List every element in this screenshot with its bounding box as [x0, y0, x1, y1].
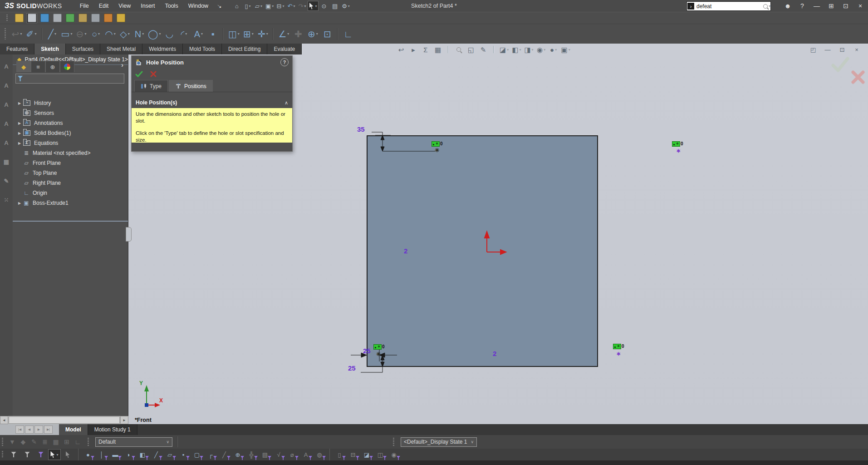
expand-arrow-icon[interactable]: ▶	[16, 121, 23, 125]
mirror-entities-icon[interactable]: ◫▾	[227, 27, 240, 41]
custom-tool-9-icon[interactable]	[116, 14, 126, 23]
filter-weld-beads-icon[interactable]: ◫	[374, 450, 386, 460]
label-2-bottom[interactable]: 2	[493, 350, 496, 357]
hide-show-items-icon[interactable]: ◉▾	[536, 45, 546, 54]
scroll-right-icon[interactable]: ►	[120, 416, 128, 424]
toolbar-grip[interactable]	[6, 15, 8, 21]
centerpoint-arc-icon[interactable]: ◠▾	[104, 27, 117, 41]
dimension-35[interactable]: 35	[357, 125, 365, 133]
tab-type[interactable]: Type	[134, 80, 168, 92]
dropdown-caret[interactable]: ▾	[287, 32, 289, 36]
filter-dimensions-icon[interactable]: ⌀	[286, 450, 298, 460]
annotation-tool-6-icon[interactable]: ▦	[1, 157, 11, 166]
tree-item-equations[interactable]: ▶ΣEquations	[13, 138, 128, 148]
annotation-tool-5-icon[interactable]: A	[1, 138, 11, 147]
annotation-tool-2-icon[interactable]: A	[1, 81, 11, 90]
config-tool-1-icon[interactable]: ▼	[7, 437, 17, 447]
go-to-start-icon[interactable]: |◀	[15, 425, 24, 434]
three-point-arc-icon[interactable]: ◡	[163, 27, 176, 41]
hole-point-bottom-badge[interactable]: 0	[373, 344, 385, 349]
next-frame-icon[interactable]: ▶	[34, 425, 43, 434]
move-entities-icon[interactable]: ✛▾	[256, 27, 269, 41]
zoom-previous-icon[interactable]: ↩	[396, 45, 406, 54]
tab-evaluate[interactable]: Evaluate	[267, 44, 302, 54]
scroll-left-icon[interactable]: ◄	[0, 416, 8, 424]
filter-points-icon[interactable]: ▪	[177, 450, 189, 460]
tree-item-top-plane[interactable]: ▱Top Plane	[13, 168, 128, 178]
custom-tool-3-icon[interactable]	[39, 14, 49, 23]
dimension-25-vertical[interactable]: 25	[348, 364, 356, 372]
free-point-bottom-badge[interactable]: 0	[613, 344, 624, 349]
config-tool-7-icon[interactable]: ∟	[73, 437, 83, 447]
dropdown-caret[interactable]: ▾	[70, 32, 72, 36]
filter-edges-icon[interactable]: │	[96, 450, 108, 460]
search-dropdown-caret[interactable]: ▾	[769, 4, 770, 8]
straight-slot-icon[interactable]: ⊖▾	[75, 27, 88, 41]
clear-all-filters-icon[interactable]	[21, 450, 33, 460]
sketch-fillet-icon[interactable]: ◜▾	[177, 27, 190, 41]
spline-icon[interactable]: N▾	[133, 27, 146, 41]
filter-coordinate-systems-icon[interactable]: ╬	[245, 450, 257, 460]
circle-icon[interactable]: ○▾	[89, 27, 102, 41]
restore-app-icon[interactable]: ⊡	[841, 1, 851, 10]
cancel-button[interactable]	[150, 71, 157, 77]
dropdown-caret[interactable]: ▾	[260, 4, 262, 8]
tree-item-right-plane[interactable]: ▱Right Plane	[13, 178, 128, 188]
tab-mold-tools[interactable]: Mold Tools	[183, 44, 222, 54]
line-icon[interactable]: ╱▾	[46, 27, 59, 41]
tab-propertymanager[interactable]: ≡	[31, 61, 45, 72]
ok-button[interactable]	[135, 71, 143, 78]
zoom-to-fit-icon[interactable]	[454, 45, 464, 54]
expand-arrow-icon[interactable]: ▶	[16, 131, 23, 135]
free-point-bottom-marker[interactable]: ∗	[616, 351, 621, 356]
confirm-corner-cancel-icon[interactable]	[851, 70, 865, 84]
annotation-tool-1-icon[interactable]: A	[1, 62, 11, 71]
config-tool-3-icon[interactable]: ✎	[29, 437, 39, 447]
filter-routing-points-icon[interactable]: ◪	[361, 450, 373, 460]
annotation-tool-8-icon[interactable]: ⁙	[1, 195, 11, 204]
filter-magnify-icon[interactable]: ◍	[314, 450, 325, 460]
filter-connection-points-icon[interactable]: ⊟	[347, 450, 359, 460]
filter-axes-icon[interactable]: ╱	[150, 450, 162, 460]
filter-faces-icon[interactable]: ▬	[109, 450, 121, 460]
text-icon[interactable]: A▾	[192, 27, 205, 41]
custom-tool-4-icon[interactable]	[52, 14, 62, 23]
minimize-doc-icon[interactable]: —	[823, 45, 833, 54]
stacked-filters-icon[interactable]	[35, 450, 47, 460]
dropdown-caret[interactable]: ▾	[249, 4, 251, 8]
filter-sketches-icon[interactable]: ▢	[191, 450, 203, 460]
toolbar-grip[interactable]	[2, 438, 3, 446]
file-properties-icon[interactable]: ▤	[330, 1, 340, 10]
instant-2d-icon[interactable]: ∟	[342, 27, 354, 41]
dropdown-caret[interactable]: ▾	[316, 32, 318, 36]
edit-appearance-icon[interactable]: ●▾	[549, 45, 559, 54]
lasso-select-icon[interactable]	[62, 450, 74, 460]
config-tool-4-icon[interactable]: ≣	[40, 437, 50, 447]
previous-frame-icon[interactable]: ◀	[25, 425, 34, 434]
help-icon[interactable]: ?	[797, 1, 807, 10]
tab-motion-study-1[interactable]: Motion Study 1	[88, 424, 137, 435]
dropdown-caret[interactable]: ▾	[555, 48, 557, 52]
tree-item-front-plane[interactable]: ▱Front Plane	[13, 158, 128, 168]
panel-horizontal-scrollbar[interactable]: ◄ ►	[0, 416, 128, 424]
corner-rectangle-icon[interactable]: ▭▾	[60, 27, 73, 41]
display-state-dropdown[interactable]: <Default>_Display State 1 ∨	[401, 437, 477, 447]
filter-vertices-icon[interactable]: ●	[82, 450, 94, 460]
tab-direct-editing[interactable]: Direct Editing	[222, 44, 267, 54]
panel-expand-arrow[interactable]: ›	[121, 61, 123, 69]
close-app-icon[interactable]: ×	[855, 1, 865, 10]
dropdown-caret[interactable]: ▾	[142, 32, 144, 36]
options-icon[interactable]: ⚙▾	[341, 1, 351, 10]
tree-item-sensors[interactable]: ◎Sensors	[13, 108, 128, 118]
dropdown-caret[interactable]: ▾	[532, 48, 534, 52]
panel-splitter-handle[interactable]	[126, 227, 132, 242]
dropdown-caret[interactable]: ▾	[348, 4, 350, 8]
linear-sketch-pattern-icon[interactable]: ⊞▾	[242, 27, 255, 41]
tab-displaymanager[interactable]	[60, 61, 74, 72]
dropdown-caret[interactable]: ▾	[315, 4, 317, 8]
section-view-icon[interactable]: ◪▾	[499, 45, 509, 54]
dropdown-caret[interactable]: ▾	[266, 32, 268, 36]
toolbar-grip[interactable]	[88, 438, 89, 446]
config-tool-2-icon[interactable]: ◆	[18, 437, 28, 447]
home-icon[interactable]: ⌂	[232, 1, 242, 10]
